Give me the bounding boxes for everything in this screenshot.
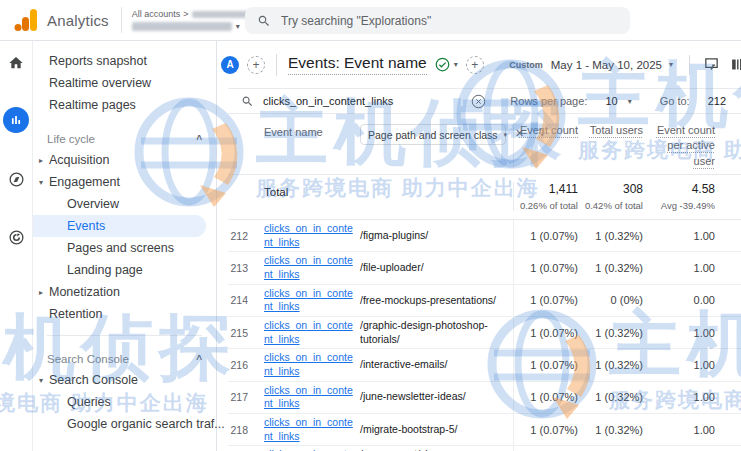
sidebar-item-label: Realtime overview <box>49 76 151 90</box>
per-active-user-cell: 1.00 <box>643 262 739 274</box>
event-name-link[interactable]: clicks_on_in_content_links <box>264 416 353 442</box>
event-count-cell: 1 (0.07%) <box>514 294 578 306</box>
insights-note-icon[interactable] <box>703 56 720 73</box>
column-header-event-name[interactable]: Event name <box>258 123 360 138</box>
secondary-dimension-pill[interactable]: Page path and screen class ▾ <box>360 124 506 145</box>
sidebar-item-google-organic-search-traf-[interactable]: Google organic search traf... <box>33 413 216 435</box>
clear-search-icon[interactable] <box>471 94 486 109</box>
column-header-event-count[interactable]: Event count <box>520 124 578 136</box>
expand-arrow-icon[interactable]: ▸ <box>39 288 43 297</box>
collapse-chevron-icon[interactable]: ^ <box>196 134 202 145</box>
row-index: 218 <box>228 424 258 436</box>
add-report-button[interactable]: + <box>466 56 484 74</box>
sidebar-item-overview[interactable]: Overview <box>33 193 216 215</box>
goto-label: Go to: <box>660 95 690 107</box>
per-active-user-cell: 1.00 <box>643 424 739 436</box>
row-index: 216 <box>228 359 258 371</box>
sidebar-item-realtime-overview[interactable]: Realtime overview <box>33 72 216 94</box>
sidebar-item-retention[interactable]: Retention <box>33 303 216 325</box>
sidebar-items: Reports snapshotRealtime overviewRealtim… <box>33 50 216 435</box>
sidebar-item-label: Pages and screens <box>67 241 174 255</box>
sidebar-divider <box>47 335 202 336</box>
rows-per-page-caret-icon[interactable]: ▾ <box>628 97 632 106</box>
sort-desc-icon[interactable]: ↓ <box>539 125 545 139</box>
reports-icon[interactable] <box>3 107 29 133</box>
expand-arrow-icon[interactable]: ▸ <box>39 156 43 165</box>
collapse-chevron-icon[interactable]: ^ <box>196 354 202 365</box>
event-name-link[interactable]: clicks_on_in_content_links <box>264 254 353 280</box>
sidebar-section-search-console[interactable]: Search Console^ <box>33 349 216 369</box>
google-analytics-logo-icon <box>13 8 39 32</box>
sidebar-item-realtime-pages[interactable]: Realtime pages <box>33 94 216 116</box>
sidebar-item-label: Reports snapshot <box>49 54 147 68</box>
explore-icon[interactable] <box>6 169 26 189</box>
table-total-row: Total 1,411 0.26% of total 308 0.42% of … <box>228 175 741 220</box>
advertising-icon[interactable] <box>6 227 26 247</box>
page-path-cell: /migrate-bootstrap-5/ <box>360 414 514 445</box>
all-accounts-label: All accounts <box>132 9 181 19</box>
total-per-active-user-note: Avg -39.49% <box>643 200 715 211</box>
event-count-cell: 1 (0.07%) <box>514 262 578 274</box>
column-header-total-users[interactable]: Total users <box>590 124 643 136</box>
report-avatar-badge[interactable]: A <box>221 56 239 74</box>
goto-input[interactable]: 212 <box>708 95 726 107</box>
event-name-link[interactable]: clicks_on_in_content_links <box>264 351 353 377</box>
row-index: 212 <box>228 230 258 242</box>
event-name-link[interactable]: clicks_on_in_content_links <box>264 222 353 248</box>
sidebar-item-monetization[interactable]: ▸Monetization <box>33 281 216 303</box>
collapse-arrow-icon[interactable]: ▾ <box>39 178 43 187</box>
sidebar-item-reports-snapshot[interactable]: Reports snapshot <box>33 50 216 72</box>
sidebar-item-label: Events <box>67 219 105 233</box>
rows-per-page-select[interactable]: 10 <box>605 95 617 107</box>
table-search-icon[interactable] <box>241 95 254 108</box>
table-row: 219clicks_on_in_content_links/my-account… <box>228 446 741 451</box>
date-caret-icon: ▾ <box>669 60 673 69</box>
event-name-link[interactable]: clicks_on_in_content_links <box>264 287 353 313</box>
sidebar-section-life-cycle[interactable]: Life cycle^ <box>33 129 216 149</box>
per-active-user-cell: 0.00 <box>643 294 739 306</box>
sidebar-item-landing-page[interactable]: Landing page <box>33 259 216 281</box>
sidebar-item-search-console[interactable]: ▾Search Console <box>33 369 216 391</box>
table-search-input[interactable]: clicks_on_in_content_links <box>263 95 393 107</box>
sidebar-item-pages-and-screens[interactable]: Pages and screens <box>33 237 216 259</box>
table-toolbar: clicks_on_in_content_links Rows per page… <box>228 88 741 114</box>
page-path-cell: /my-account/view-order/767374/ <box>360 446 514 451</box>
collapse-arrow-icon[interactable]: ▾ <box>39 376 43 385</box>
sidebar-item-engagement[interactable]: ▾Engagement <box>33 171 216 193</box>
report-title[interactable]: Events: Event name <box>288 54 427 75</box>
date-range-picker[interactable]: May 1 - May 10, 2025 <box>551 59 662 71</box>
event-count-cell: 1 (0.07%) <box>514 327 578 339</box>
page-path-cell: /interactive-emails/ <box>360 349 514 380</box>
account-switcher[interactable]: All accounts > ▾ <box>132 9 258 31</box>
total-users-cell: 1 (0.32%) <box>578 359 643 371</box>
table-row: 212clicks_on_in_content_links/figma-plug… <box>228 220 741 252</box>
sidebar-item-acquisition[interactable]: ▸Acquisition <box>33 149 216 171</box>
sidebar-item-queries[interactable]: Queries <box>33 391 216 413</box>
add-comparison-button[interactable]: + <box>247 56 265 74</box>
page-path-cell: /file-uploader/ <box>360 252 514 283</box>
event-name-link[interactable]: clicks_on_in_content_links <box>264 384 353 410</box>
table-header-row: Event name Page path and screen class ▾ … <box>228 114 741 175</box>
column-header-event-count-per-active-user[interactable]: Event count per active user <box>657 124 715 167</box>
page-path-cell: /graphic-design-photoshop-tutorials/ <box>360 317 514 348</box>
top-app-bar: Analytics All accounts > ▾ Try searching… <box>0 0 741 41</box>
table-row: 215clicks_on_in_content_links/graphic-de… <box>228 317 741 349</box>
total-users-cell: 1 (0.32%) <box>578 424 643 436</box>
header-divider <box>689 55 690 75</box>
edit-comparisons-icon[interactable] <box>730 56 741 73</box>
report-header: A + Events: Event name ▾ + Custom May 1 … <box>217 41 741 88</box>
page-path-cell: /june-newsletter-ideas/ <box>360 382 514 413</box>
sidebar-item-events[interactable]: Events <box>33 215 206 237</box>
page-path-cell: /figma-plugins/ <box>360 220 514 251</box>
total-per-active-user: 4.58 <box>643 182 715 196</box>
event-name-link[interactable]: clicks_on_in_content_links <box>264 319 353 345</box>
sidebar-item-label: Queries <box>67 395 111 409</box>
home-icon[interactable] <box>6 53 26 73</box>
sidebar-item-label: Monetization <box>49 285 120 299</box>
main-content: A + Events: Event name ▾ + Custom May 1 … <box>217 41 741 451</box>
global-search-input[interactable]: Try searching "Explorations" <box>245 7 630 34</box>
sidebar-item-label: Realtime pages <box>49 98 136 112</box>
remove-dimension-icon[interactable]: ✕ <box>515 127 524 140</box>
search-icon <box>257 14 271 28</box>
report-title-caret-icon[interactable]: ▾ <box>454 60 458 69</box>
